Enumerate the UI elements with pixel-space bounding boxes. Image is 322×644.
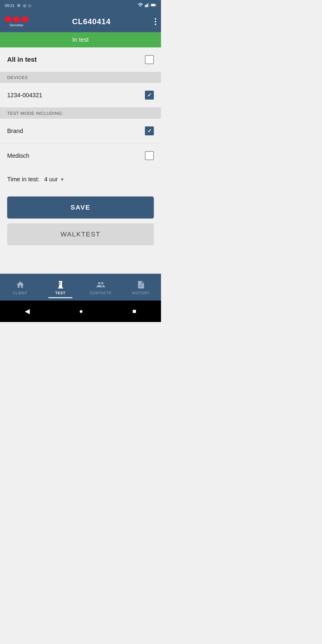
contacts-icon [96,280,105,289]
all-in-test-row: All in test [0,47,161,72]
nav-label-test: TEST [55,291,66,295]
status-time: 09:21 [5,3,15,8]
device-checkbox-1[interactable] [145,91,154,100]
devices-section-header: DEVICES [0,72,161,83]
svg-rect-1 [146,4,147,7]
signal-icon [145,3,149,8]
test-icon [56,280,65,289]
more-options-button[interactable] [155,18,156,25]
all-in-test-checkbox[interactable] [145,55,154,64]
svg-rect-3 [148,3,149,7]
nav-label-client: CLIENT [13,291,27,295]
menu-dot-2 [155,21,156,22]
logo-wrapper: Securitas [5,16,28,27]
settings-icon: ⚙ [17,3,21,8]
location-icon: ◎ [23,3,26,8]
bottom-nav: CLIENT TEST CONTACTS HISTORY [0,274,161,301]
device-id-label: 1234-004321 [7,92,42,99]
brand-checkbox[interactable] [145,126,154,135]
app-bar: Securitas CL640414 [0,11,161,32]
history-icon [137,280,145,289]
logo-label: Securitas [10,23,23,27]
time-value: 4 uur [44,176,58,183]
test-mode-section-header: TEST MODE INCLUDING: [0,108,161,119]
recent-button[interactable]: ■ [132,307,136,315]
nav-item-history[interactable]: HISTORY [121,280,161,295]
app-bar-title: CL640414 [32,17,151,26]
home-button[interactable]: ● [79,307,83,315]
content-area: All in test DEVICES 1234-004321 TEST MOD… [0,47,161,274]
time-dropdown[interactable]: 4 uur ▼ [44,176,64,183]
play-icon: ▷ [29,3,32,8]
logo-dots [5,16,28,23]
save-button[interactable]: SAVE [7,196,154,219]
svg-rect-0 [145,5,146,7]
in-test-banner: In test [0,32,161,47]
menu-dot-1 [155,18,156,20]
nav-item-test[interactable]: TEST [40,280,80,295]
nav-item-contacts[interactable]: CONTACTS [80,280,121,295]
brand-label: Brand [7,128,23,134]
nav-label-history: HISTORY [132,291,150,295]
medisch-checkbox[interactable] [145,151,154,160]
battery-icon [151,3,156,8]
wifi-icon [138,3,143,8]
svg-rect-5 [155,4,156,6]
all-in-test-label: All in test [7,56,37,64]
logo-dot-3 [21,16,28,23]
walktest-button[interactable]: WALKTEST [7,223,154,245]
system-nav: ◀ ● ■ [0,301,161,322]
nav-item-client[interactable]: CLIENT [0,280,40,295]
logo-dot-1 [5,16,11,23]
medisch-row: Medisch [0,143,161,168]
dropdown-arrow-icon: ▼ [60,177,64,182]
svg-rect-6 [151,4,155,6]
nav-label-contacts: CONTACTS [90,291,112,295]
menu-dot-3 [155,24,156,25]
svg-rect-2 [147,4,148,7]
back-button[interactable]: ◀ [25,307,30,315]
time-in-test-label: Time in test: [7,176,39,183]
logo-dot-2 [13,16,20,23]
status-bar: 09:21 ⚙ ◎ ▷ [0,0,161,11]
device-row-1: 1234-004321 [0,83,161,108]
medisch-label: Medisch [7,152,29,159]
time-in-test-row: Time in test: 4 uur ▼ [0,168,161,191]
nav-active-indicator [48,297,72,298]
client-icon [16,280,25,289]
brand-row: Brand [0,119,161,143]
